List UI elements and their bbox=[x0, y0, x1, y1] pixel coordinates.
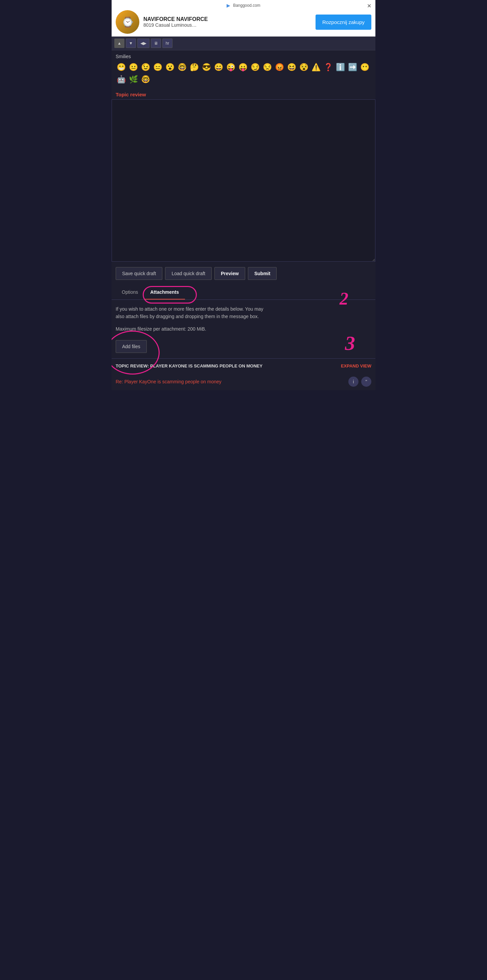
reply-icons: i " bbox=[349, 377, 371, 387]
submit-button[interactable]: Submit bbox=[248, 267, 277, 280]
add-files-button[interactable]: Add files bbox=[116, 340, 147, 353]
annotation-number-3: 3 bbox=[345, 332, 355, 355]
toolbar-monitor-button[interactable]: 🖥 bbox=[151, 38, 161, 48]
smiley-14[interactable]: 😡 bbox=[274, 62, 285, 73]
ad-close-button[interactable]: ✕ bbox=[367, 3, 371, 9]
smiley-19[interactable]: ℹ️ bbox=[335, 62, 345, 73]
ad-content: ⌚ NAVIFORCE NAVIFORCE 8019 Casual Lumino… bbox=[116, 10, 371, 34]
tabs-bar: Options Attachments bbox=[111, 285, 376, 300]
smiley-7[interactable]: 🤔 bbox=[189, 62, 199, 73]
ad-banner: ▶ Banggood.com ✕ ⌚ NAVIFORCE NAVIFORCE 8… bbox=[111, 0, 376, 37]
smilies-title: Smilies bbox=[116, 54, 371, 59]
smiley-17[interactable]: ⚠️ bbox=[310, 62, 321, 73]
smiley-2[interactable]: 😐 bbox=[128, 62, 138, 73]
smiley-13[interactable]: 😒 bbox=[262, 62, 272, 73]
tabs-attachments-section: 2 Options Attachments If you wish to att… bbox=[111, 285, 376, 358]
editor-toolbar: ▲ ▼ ◀▶ 🖥 hr bbox=[111, 37, 376, 50]
attachments-max-size: Maximum filesize per attachment: 200 MiB… bbox=[116, 325, 371, 332]
reply-link[interactable]: Re: Player KayOne is scamming people on … bbox=[116, 379, 221, 384]
toolbar-collapse-down-button[interactable]: ▼ bbox=[126, 38, 136, 48]
smiley-12[interactable]: 😏 bbox=[250, 62, 260, 73]
ad-top-bar: ▶ Banggood.com ✕ bbox=[116, 3, 371, 8]
smiley-8[interactable]: 😎 bbox=[201, 62, 212, 73]
smiley-16[interactable]: 😵 bbox=[298, 62, 309, 73]
topic-review-footer: TOPIC REVIEW: PLAYER KAYONE IS SCAMMING … bbox=[111, 358, 376, 373]
attachments-description: If you wish to attach one or more files … bbox=[116, 305, 371, 320]
preview-button[interactable]: Preview bbox=[215, 267, 245, 280]
load-draft-button[interactable]: Load quick draft bbox=[165, 267, 212, 280]
smiley-15[interactable]: 😆 bbox=[286, 62, 297, 73]
smiley-11[interactable]: 😛 bbox=[237, 62, 248, 73]
ad-product-desc: 8019 Casual Luminous… bbox=[143, 22, 312, 28]
ad-text-block: NAVIFORCE NAVIFORCE 8019 Casual Luminous… bbox=[143, 16, 312, 28]
smiley-24[interactable]: 🤓 bbox=[140, 74, 151, 85]
smilies-section: Smilies 😁 😐 😉 😑 😮 🤓 🤔 😎 😄 😜 😛 😏 😒 😡 😆 😵 … bbox=[111, 50, 376, 88]
reply-icon-button-2[interactable]: " bbox=[361, 377, 371, 387]
ad-buy-button[interactable]: Rozpocznij zakupy bbox=[315, 14, 371, 30]
topic-review-label: Topic review bbox=[111, 88, 376, 99]
toolbar-collapse-up-button[interactable]: ▲ bbox=[114, 38, 124, 48]
smiley-22[interactable]: 🤖 bbox=[116, 74, 126, 85]
smiley-4[interactable]: 😑 bbox=[152, 62, 163, 73]
save-draft-button[interactable]: Save quick draft bbox=[116, 267, 162, 280]
reply-link-row: Re: Player KayOne is scamming people on … bbox=[111, 373, 376, 390]
action-buttons-row: Save quick draft Load quick draft Previe… bbox=[111, 262, 376, 285]
reply-icon-button-1[interactable]: i bbox=[349, 377, 358, 387]
attachments-section: If you wish to attach one or more files … bbox=[111, 300, 376, 358]
smiley-18[interactable]: ❓ bbox=[323, 62, 333, 73]
tab-options[interactable]: Options bbox=[116, 285, 144, 299]
smiley-3[interactable]: 😉 bbox=[140, 62, 151, 73]
smiley-20[interactable]: ➡️ bbox=[347, 62, 358, 73]
expand-view-link[interactable]: EXPAND VIEW bbox=[341, 363, 371, 369]
ad-arrow-icon: ▶ bbox=[227, 3, 230, 8]
message-textarea[interactable] bbox=[111, 99, 376, 262]
ad-site-label: Banggood.com bbox=[233, 3, 260, 8]
smiley-23[interactable]: 🌿 bbox=[128, 74, 138, 85]
smilies-grid: 😁 😐 😉 😑 😮 🤓 🤔 😎 😄 😜 😛 😏 😒 😡 😆 😵 ⚠️ ❓ ℹ️ … bbox=[116, 62, 371, 85]
smiley-1[interactable]: 😁 bbox=[116, 62, 126, 73]
tab-attachments[interactable]: Attachments bbox=[144, 285, 185, 299]
smiley-6[interactable]: 🤓 bbox=[177, 62, 187, 73]
smiley-21[interactable]: 😶 bbox=[359, 62, 370, 73]
ad-product-image: ⌚ bbox=[116, 10, 139, 34]
smiley-5[interactable]: 😮 bbox=[164, 62, 175, 73]
toolbar-hr-button[interactable]: hr bbox=[162, 38, 172, 48]
smiley-10[interactable]: 😜 bbox=[225, 62, 236, 73]
ad-product-name: NAVIFORCE NAVIFORCE bbox=[143, 16, 312, 22]
add-files-container: Add files bbox=[116, 340, 147, 353]
toolbar-hide-button[interactable]: ◀▶ bbox=[137, 38, 150, 48]
topic-review-footer-text: TOPIC REVIEW: PLAYER KAYONE IS SCAMMING … bbox=[116, 363, 263, 369]
smiley-9[interactable]: 😄 bbox=[213, 62, 224, 73]
